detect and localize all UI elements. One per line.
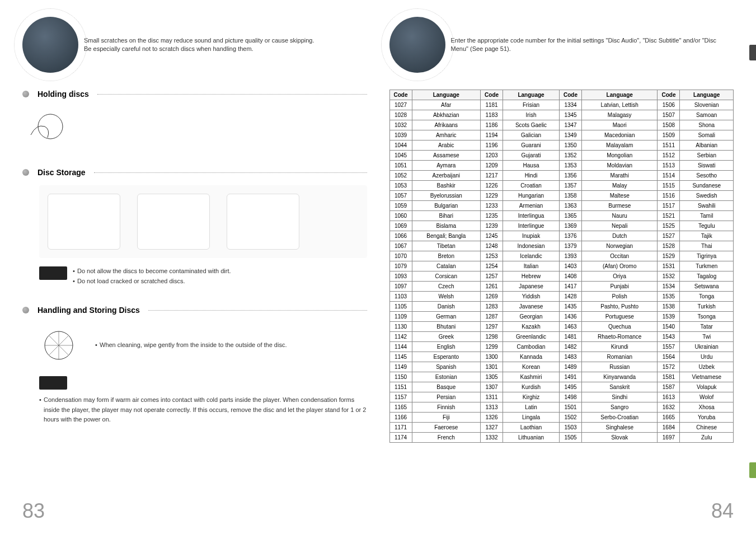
language-cell: Siswati bbox=[680, 161, 734, 171]
table-row: 1149Spanish1301Korean1489Russian1572Uzbe… bbox=[389, 362, 734, 372]
code-cell: 1130 bbox=[389, 322, 412, 332]
code-cell: 1053 bbox=[389, 181, 412, 191]
code-cell: 1150 bbox=[389, 372, 412, 382]
code-cell: 1287 bbox=[481, 312, 503, 322]
table-row: 1145Esperanto1300Kannada1483Romanian1564… bbox=[389, 352, 734, 362]
table-row: 1039Amharic1194Galician1349Macedonian150… bbox=[389, 130, 734, 140]
language-cell: Irish bbox=[503, 110, 560, 120]
language-cell: Bhutani bbox=[412, 322, 481, 332]
language-cell: Turkmen bbox=[680, 261, 734, 271]
code-cell: 1535 bbox=[658, 292, 680, 302]
code-cell: 1142 bbox=[389, 332, 412, 342]
language-cell: Kirghiz bbox=[503, 392, 560, 402]
code-cell: 1300 bbox=[481, 352, 503, 362]
language-cell: Tigrinya bbox=[680, 251, 734, 261]
language-cell: Croatian bbox=[503, 181, 560, 191]
language-cell: Kirundi bbox=[582, 342, 658, 352]
code-cell: 1697 bbox=[658, 433, 680, 443]
code-cell: 1347 bbox=[560, 120, 582, 130]
code-cell: 1481 bbox=[560, 332, 582, 342]
code-cell: 1174 bbox=[389, 433, 412, 443]
table-row: 1079Catalan1254Italian1403(Afan) Oromo15… bbox=[389, 261, 734, 271]
section-handling-storing: Handling and Storing Discs When cleaning… bbox=[22, 306, 367, 425]
code-cell: 1463 bbox=[560, 322, 582, 332]
code-cell: 1226 bbox=[481, 181, 503, 191]
code-cell: 1403 bbox=[560, 261, 582, 271]
language-cell: Shona bbox=[680, 120, 734, 130]
table-row: 1067Tibetan1248Indonesian1379Norwegian15… bbox=[389, 241, 734, 251]
section-holding-discs: Holding discs bbox=[22, 90, 367, 148]
table-row: 1052Azerbaijani1217Hindi1356Marathi1514S… bbox=[389, 171, 734, 181]
code-cell: 1171 bbox=[389, 423, 412, 433]
language-cell: Sanskrit bbox=[582, 382, 658, 392]
code-cell: 1436 bbox=[560, 312, 582, 322]
language-cell: Fiji bbox=[412, 413, 481, 423]
code-cell: 1217 bbox=[481, 171, 503, 181]
language-cell: Marathi bbox=[582, 171, 658, 181]
language-cell: Italian bbox=[503, 261, 560, 271]
language-cell: Corsican bbox=[412, 271, 481, 282]
note-item: Do not allow the discs to become contami… bbox=[73, 266, 231, 277]
header-line-2: Be especially careful not to scratch dis… bbox=[84, 45, 253, 52]
language-cell: Romanian bbox=[582, 352, 658, 362]
code-cell: 1587 bbox=[658, 382, 680, 392]
th-code: Code bbox=[658, 90, 680, 100]
code-cell: 1305 bbox=[481, 372, 503, 382]
th-code: Code bbox=[389, 90, 412, 100]
code-cell: 1313 bbox=[481, 402, 503, 413]
language-cell: Icelandic bbox=[503, 251, 560, 261]
code-cell: 1239 bbox=[481, 221, 503, 231]
code-cell: 1521 bbox=[658, 211, 680, 221]
code-cell: 1254 bbox=[481, 261, 503, 271]
code-cell: 1301 bbox=[481, 362, 503, 372]
table-row: 1130Bhutani1297Kazakh1463Quechua1540Tata… bbox=[389, 322, 734, 332]
th-lang: Language bbox=[680, 90, 734, 100]
code-cell: 1103 bbox=[389, 292, 412, 302]
language-cell: Urdu bbox=[680, 352, 734, 362]
storage-illustrations: Do not allow the discs to become contami… bbox=[39, 185, 367, 286]
language-cell: Tajik bbox=[680, 231, 734, 241]
language-cell: Lingala bbox=[503, 413, 560, 423]
code-cell: 1365 bbox=[560, 211, 582, 221]
language-cell: Sindhi bbox=[582, 392, 658, 402]
page-number: 84 bbox=[711, 499, 734, 523]
table-row: 1151Basque1307Kurdish1495Sanskrit1587Vol… bbox=[389, 382, 734, 392]
th-lang: Language bbox=[412, 90, 481, 100]
language-cell: Bulgarian bbox=[412, 201, 481, 211]
code-cell: 1511 bbox=[658, 140, 680, 151]
code-cell: 1356 bbox=[560, 171, 582, 181]
language-cell: Finnish bbox=[412, 402, 481, 413]
code-cell: 1632 bbox=[658, 402, 680, 413]
language-cell: Bislama bbox=[412, 221, 481, 231]
language-cell: English bbox=[412, 342, 481, 352]
code-cell: 1498 bbox=[560, 392, 582, 402]
language-cell: Tatar bbox=[680, 322, 734, 332]
code-cell: 1283 bbox=[481, 302, 503, 312]
language-cell: Macedonian bbox=[582, 130, 658, 140]
language-cell: Persian bbox=[412, 392, 481, 402]
code-cell: 1517 bbox=[658, 201, 680, 211]
language-cell: Inupiak bbox=[503, 231, 560, 241]
disc-header-icon bbox=[22, 17, 78, 73]
code-cell: 1513 bbox=[658, 161, 680, 171]
language-cell: Cambodian bbox=[503, 342, 560, 352]
language-cell: Maori bbox=[582, 120, 658, 130]
table-row: 1105Danish1283Javanese1435Pashto, Pushto… bbox=[389, 302, 734, 312]
note-item: Do not load cracked or scratched discs. bbox=[73, 277, 231, 287]
language-cell: Malayalam bbox=[582, 140, 658, 151]
code-cell: 1105 bbox=[389, 302, 412, 312]
language-cell: Oriya bbox=[582, 271, 658, 282]
code-cell: 1196 bbox=[481, 140, 503, 151]
handling-content: When cleaning, wipe gently from the insi… bbox=[39, 323, 367, 425]
code-cell: 1209 bbox=[481, 161, 503, 171]
code-cell: 1495 bbox=[560, 382, 582, 392]
code-cell: 1097 bbox=[389, 282, 412, 292]
storage-sketch-3-icon bbox=[227, 194, 299, 250]
dotted-divider bbox=[94, 172, 367, 173]
code-cell: 1665 bbox=[658, 413, 680, 423]
code-cell: 1408 bbox=[560, 271, 582, 282]
language-cell: Burmese bbox=[582, 201, 658, 211]
language-cell: Tsonga bbox=[680, 312, 734, 322]
code-cell: 1145 bbox=[389, 352, 412, 362]
code-cell: 1393 bbox=[560, 251, 582, 261]
